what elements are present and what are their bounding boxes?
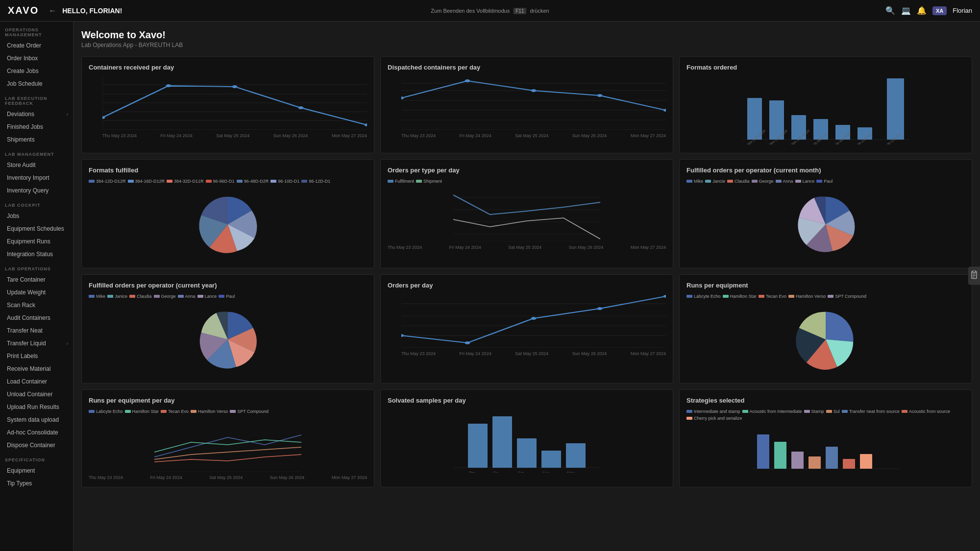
legend: Labcyte Echo Hamilton Star Tecan Evo Ham… xyxy=(686,294,965,299)
pie-chart-container xyxy=(686,303,965,376)
chart-runs-per-equipment: Runs per equipment Labcyte Echo Hamilton… xyxy=(679,274,972,383)
sidebar-item-label: Create Order xyxy=(7,42,41,49)
sidebar-item-label: Transfer Neat xyxy=(7,327,43,334)
sidebar-item-label: Jobs xyxy=(7,213,19,219)
logo: XAVO xyxy=(8,5,39,16)
sidebar-section-title: OPERATIONS MANAGEMENT xyxy=(0,22,73,39)
svg-rect-71 xyxy=(774,442,786,469)
sidebar-item[interactable]: Transfer Neat xyxy=(0,324,73,337)
svg-rect-76 xyxy=(860,454,872,469)
main-content: Welcome to Xavo! Lab Operations App - BA… xyxy=(74,22,980,551)
svg-point-55 xyxy=(663,295,666,298)
sidebar-item[interactable]: Audit Containers xyxy=(0,311,73,324)
sidebar-item-label: Order Inbox xyxy=(7,55,38,62)
legend: Mike Jancie Claudia George Anna Lance Pa… xyxy=(686,179,965,184)
sidebar-item[interactable]: Equipment Schedules xyxy=(0,222,73,235)
chart-title: Formats fulfilled xyxy=(89,167,367,174)
svg-point-20 xyxy=(531,89,537,92)
sidebar-item[interactable]: Inventory Query xyxy=(0,184,73,197)
svg-text:Mon: Mon xyxy=(567,471,575,473)
sidebar-item[interactable]: Job Schedule xyxy=(0,77,73,90)
svg-text:Sun: Sun xyxy=(542,471,549,473)
sidebar-item-label: Finished Jobs xyxy=(7,123,43,130)
topbar: XAVO ← HELLO, FLORIAN! Zum Beenden des V… xyxy=(0,0,980,22)
sidebar-item[interactable]: Jobs xyxy=(0,210,73,222)
sidebar-item[interactable]: Unload Container xyxy=(0,388,73,401)
avatar: XA xyxy=(932,6,947,15)
svg-rect-78 xyxy=(973,270,976,272)
chart-fulfilled-operator-year: Fulfilled orders per operator (current y… xyxy=(81,274,374,383)
bar-chart-svg: Thu Fri Sat Sun Mon xyxy=(388,409,666,473)
sidebar-item[interactable]: Shipments xyxy=(0,133,73,146)
svg-point-52 xyxy=(465,341,470,344)
sidebar-item-label: Inventory Import xyxy=(7,174,49,181)
sidebar-item[interactable]: Create Jobs xyxy=(0,65,73,77)
sidebar-item[interactable]: Update Weight xyxy=(0,286,73,299)
sidebar-section-title: LAB OPERATIONS xyxy=(0,261,73,273)
sidebar-item-label: Equipment Runs xyxy=(7,238,50,245)
sidebar-item[interactable]: Receive Material xyxy=(0,362,73,375)
chart-orders-per-day: Orders per day xyxy=(380,274,673,383)
back-button[interactable]: ← xyxy=(49,6,56,15)
svg-point-8 xyxy=(166,84,172,87)
x-labels: Thu May 23 2024 Fri May 24 2024 Sat May … xyxy=(89,475,367,480)
sidebar-item[interactable]: Ad-hoc Consolidate xyxy=(0,426,73,439)
sidebar-item-label: Job Schedule xyxy=(7,80,43,87)
sidebar-item[interactable]: Print Labels xyxy=(0,350,73,362)
search-icon[interactable]: 🔍 xyxy=(885,6,895,15)
chart-title: Strategies selected xyxy=(686,397,965,404)
sidebar-item[interactable]: Scan Rack xyxy=(0,299,73,311)
sidebar-item-label: Upload Run Results xyxy=(7,404,59,410)
sidebar-item[interactable]: Inventory Import xyxy=(0,171,73,184)
x-labels: Thu May 23 2024 Fri May 24 2024 Sat May … xyxy=(401,351,666,356)
sidebar: OPERATIONS MANAGEMENTCreate OrderOrder I… xyxy=(0,22,74,551)
sidebar-section-title: LAB COCKPIT xyxy=(0,197,73,210)
sidebar-item[interactable]: Equipment Runs xyxy=(0,235,73,248)
sidebar-item-label: Ad-hoc Consolidate xyxy=(7,429,58,436)
chart-title: Dispatched containers per day xyxy=(388,64,666,71)
pie-chart-container xyxy=(686,188,965,261)
legend: 384-12D-D12R 384-16D-D12R 384-32D-D11R 9… xyxy=(89,179,367,184)
sidebar-item[interactable]: Tare Container xyxy=(0,273,73,286)
svg-point-51 xyxy=(401,334,404,337)
sidebar-item-label: Receive Material xyxy=(7,365,50,372)
monitor-icon[interactable]: 💻 xyxy=(901,6,911,15)
sidebar-item[interactable]: Deviations› xyxy=(0,108,73,120)
chart-formats-ordered: Formats ordered 384-12D-D12R 384-16D-D12… xyxy=(679,56,972,153)
sidebar-item[interactable]: Create Order xyxy=(0,39,73,52)
x-labels: Thu May 23 2024 Fri May 24 2024 Sat May … xyxy=(388,245,666,250)
sidebar-item[interactable]: Order Inbox xyxy=(0,52,73,65)
sidebar-item[interactable]: Equipment xyxy=(0,464,73,477)
svg-rect-61 xyxy=(517,438,537,468)
sidebar-item[interactable]: Dispose Container xyxy=(0,439,73,452)
sidebar-item[interactable]: Transfer Liquid› xyxy=(0,337,73,350)
pie-chart-svg xyxy=(191,188,265,261)
sidebar-item-label: Shipments xyxy=(7,136,35,143)
sidebar-item[interactable]: Store Audit xyxy=(0,159,73,171)
sidebar-item-label: Update Weight xyxy=(7,289,46,296)
legend: Labcyte Echo Hamilton Star Tecan Evo Ham… xyxy=(89,409,367,414)
clipboard-icon[interactable] xyxy=(968,266,980,285)
sidebar-item-label: Audit Containers xyxy=(7,314,50,321)
bell-icon[interactable]: 🔔 xyxy=(917,6,927,15)
x-labels: Thu May 23 2024 Fri May 24 2024 Sat May … xyxy=(102,133,367,138)
sidebar-item[interactable]: System data upload xyxy=(0,413,73,426)
sidebar-item-label: Transfer Liquid xyxy=(7,340,46,347)
sidebar-item-label: Equipment Schedules xyxy=(7,225,64,232)
svg-point-54 xyxy=(597,307,603,310)
sidebar-item[interactable]: Load Container xyxy=(0,375,73,388)
welcome-subtitle: Lab Operations App - BAYREUTH LAB xyxy=(81,42,972,48)
svg-rect-30 xyxy=(887,78,904,140)
pie-chart-container xyxy=(89,303,367,376)
sidebar-item[interactable]: Upload Run Results xyxy=(0,401,73,413)
sidebar-section-title: LAB MANAGEMENT xyxy=(0,146,73,159)
svg-rect-75 xyxy=(843,459,855,469)
pie-chart-container xyxy=(89,188,367,261)
sidebar-item[interactable]: Finished Jobs xyxy=(0,120,73,133)
sidebar-item-label: Inventory Query xyxy=(7,187,49,194)
topbar-actions: 🔍 💻 🔔 XA Florian xyxy=(885,6,972,15)
sidebar-item[interactable]: Tip Types xyxy=(0,477,73,490)
sidebar-item-label: Deviations xyxy=(7,111,34,118)
sidebar-item[interactable]: Integration Status xyxy=(0,248,73,261)
chart-containers-received: Containers received per day xyxy=(81,56,374,153)
